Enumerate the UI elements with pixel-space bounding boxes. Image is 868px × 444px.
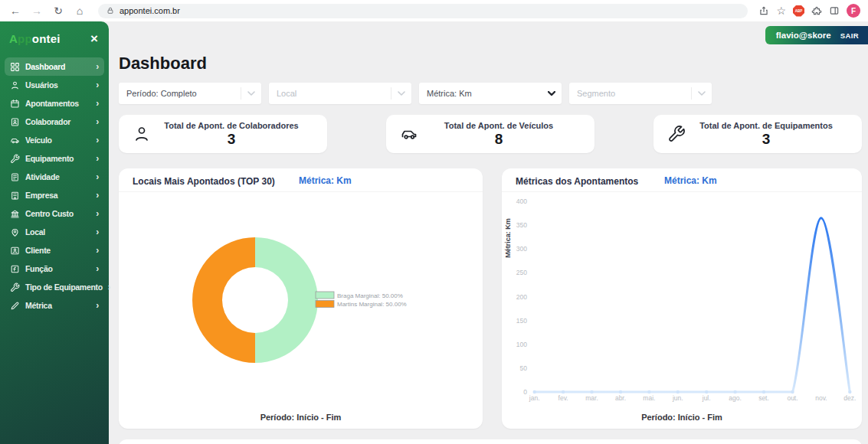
filter-metrica-km[interactable]: Métrica: Km xyxy=(419,83,562,104)
sidebar-item-tipo-de-equipamento[interactable]: Tipo de Equipamento› xyxy=(5,278,104,296)
sidebar-item-label: Tipo de Equipamento xyxy=(25,282,103,292)
stat-card-total-de-apont-de-veiculos: Total de Apont. de Veículos8 xyxy=(386,115,594,153)
close-sidebar-icon[interactable]: × xyxy=(90,32,98,45)
filter-segmento[interactable]: Segmento xyxy=(569,83,712,104)
profile-avatar[interactable]: F xyxy=(847,4,860,18)
sidebar-item-atividade[interactable]: Atividade› xyxy=(5,168,104,186)
donut-metric-link[interactable]: Métrica: Km xyxy=(299,175,352,186)
sidebar-item-veiculo[interactable]: Veículo› xyxy=(5,131,104,149)
donut-slice-braga-marginal[interactable] xyxy=(255,237,318,363)
line-metric-link[interactable]: Métrica: Km xyxy=(664,175,717,186)
donut-chart: Braga Marginal: 50.00%Martins Marginal: … xyxy=(119,192,483,432)
data-point[interactable] xyxy=(705,390,708,393)
back-icon[interactable]: ← xyxy=(8,3,23,18)
address-bar[interactable]: appontei.com.br xyxy=(98,4,748,18)
data-point[interactable] xyxy=(791,390,794,393)
function-icon xyxy=(10,264,20,274)
chevron-down-icon[interactable] xyxy=(391,87,411,100)
share-icon[interactable] xyxy=(758,5,769,16)
sidebar-item-funcao[interactable]: Função› xyxy=(5,260,104,278)
user-session-button[interactable]: flavio@skore SAIR xyxy=(765,26,868,44)
data-point[interactable] xyxy=(676,390,680,393)
chevron-down-icon[interactable] xyxy=(541,87,562,100)
data-point[interactable] xyxy=(733,390,736,393)
bank-icon xyxy=(10,209,20,219)
legend-label: Martins Marginal: 50.00% xyxy=(337,301,407,308)
chevron-right-icon: › xyxy=(96,98,99,109)
y-tick-label: 350 xyxy=(516,221,527,229)
badge-icon xyxy=(10,117,20,127)
chevron-down-icon[interactable] xyxy=(691,87,712,100)
data-point[interactable] xyxy=(762,390,765,393)
stat-card-title: Total de Apont. de Equipamentos xyxy=(686,121,847,130)
x-tick-label: out. xyxy=(787,394,798,402)
adblock-extension-icon[interactable]: ABP xyxy=(793,5,804,17)
chevron-down-icon[interactable] xyxy=(241,87,261,100)
user-icon xyxy=(10,80,20,90)
reload-icon[interactable]: ↻ xyxy=(51,3,66,18)
forward-icon[interactable]: → xyxy=(29,3,44,18)
data-point[interactable] xyxy=(647,390,650,393)
legend-label: Braga Marginal: 50.00% xyxy=(337,292,403,299)
filter-local[interactable]: Local xyxy=(269,83,411,104)
pencil-icon xyxy=(10,301,20,311)
document-icon xyxy=(10,172,20,182)
sidebar-item-usuarios[interactable]: Usuários› xyxy=(5,76,104,94)
sidebar-item-metrica[interactable]: Métrica› xyxy=(5,296,104,315)
wrench-icon xyxy=(10,154,20,164)
chevron-right-icon: › xyxy=(96,116,99,127)
url-text: appontei.com.br xyxy=(120,6,180,15)
filter-value: Período: Completo xyxy=(119,89,241,98)
sidebar-item-label: Métrica xyxy=(25,301,52,310)
sidebar-item-label: Centro Custo xyxy=(25,209,74,218)
chevron-right-icon: › xyxy=(96,245,99,256)
data-point[interactable] xyxy=(619,390,622,393)
sidebar-item-label: Dashboard xyxy=(25,62,65,71)
sidebar-menu: Dashboard›Usuários›Apontamentos›Colabora… xyxy=(0,53,109,315)
filter-periodo-completo[interactable]: Período: Completo xyxy=(119,83,261,104)
x-tick-label: abr. xyxy=(615,394,626,402)
y-tick-label: 150 xyxy=(516,317,527,325)
sidebar-item-equipamento[interactable]: Equipamento› xyxy=(5,149,104,168)
sidebar-item-label: Equipamento xyxy=(25,154,74,163)
browser-chrome: ← → ↻ ⌂ appontei.com.br ☆ ABP F xyxy=(0,0,868,21)
bookmark-star-icon[interactable]: ☆ xyxy=(776,5,786,16)
home-icon[interactable]: ⌂ xyxy=(72,3,87,18)
wrench-icon xyxy=(10,282,20,292)
user-icon xyxy=(133,125,151,143)
donut-chart-panel: Locais Mais Apontados (TOP 30) Métrica: … xyxy=(119,168,483,429)
sidebar-item-apontamentos[interactable]: Apontamentos› xyxy=(5,94,104,113)
data-point[interactable] xyxy=(533,390,536,393)
sidebar-item-cliente[interactable]: Cliente› xyxy=(5,241,104,260)
chevron-right-icon: › xyxy=(96,61,99,72)
sidebar-item-local[interactable]: Local› xyxy=(5,223,104,241)
logout-button[interactable]: SAIR xyxy=(840,31,859,40)
donut-slice-martins-marginal[interactable] xyxy=(192,237,255,363)
sidebar-item-centro-custo[interactable]: Centro Custo› xyxy=(5,204,104,223)
line-panel-title: Métricas dos Apontamentos xyxy=(516,176,638,187)
data-point[interactable] xyxy=(562,390,565,393)
sidebar-item-label: Colaborador xyxy=(25,117,70,126)
y-tick-label: 400 xyxy=(516,198,527,205)
line-series xyxy=(535,218,850,392)
y-tick-label: 50 xyxy=(520,364,528,372)
chevron-right-icon: › xyxy=(96,300,99,311)
data-point[interactable] xyxy=(848,390,851,393)
data-point[interactable] xyxy=(590,390,593,393)
filter-value: Métrica: Km xyxy=(419,89,541,98)
chevron-right-icon: › xyxy=(96,171,99,182)
x-tick-label: mai. xyxy=(643,394,655,402)
chevron-right-icon: › xyxy=(96,80,99,90)
car-icon xyxy=(400,125,418,143)
sidebar-item-empresa[interactable]: Empresa› xyxy=(5,186,104,204)
chevron-right-icon: › xyxy=(96,153,99,164)
sidebar-item-colaborador[interactable]: Colaborador› xyxy=(5,113,104,131)
y-tick-label: 300 xyxy=(516,245,527,253)
filter-value: Segmento xyxy=(569,89,691,98)
side-panel-icon[interactable] xyxy=(829,5,840,16)
sidebar-item-dashboard[interactable]: Dashboard› xyxy=(5,57,104,76)
x-tick-label: fev. xyxy=(558,394,568,402)
filters-row: Período: CompletoLocalMétrica: KmSegment… xyxy=(119,83,868,104)
chevron-right-icon: › xyxy=(96,135,99,145)
extensions-puzzle-icon[interactable] xyxy=(811,5,822,16)
